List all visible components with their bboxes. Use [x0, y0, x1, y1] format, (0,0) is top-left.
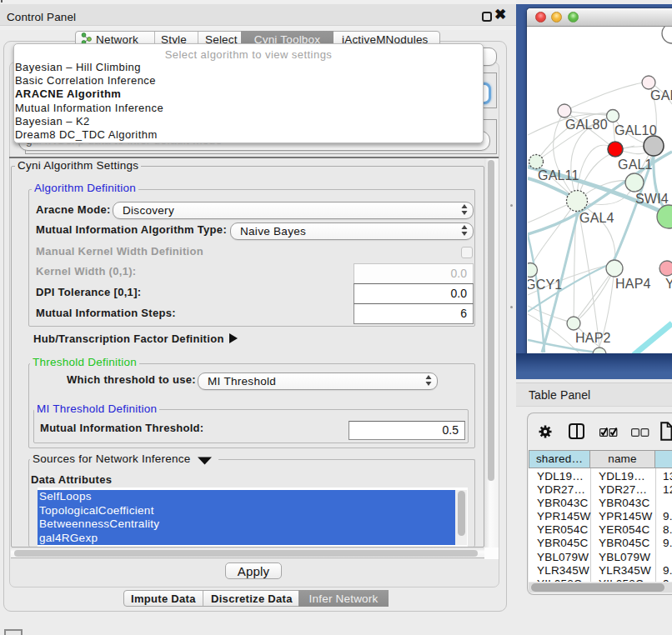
svg-text:Y: Y — [665, 277, 672, 291]
svg-text:GAL1: GAL1 — [618, 158, 653, 172]
svg-text:GAL4: GAL4 — [579, 211, 614, 225]
svg-text:GAL11: GAL11 — [538, 168, 579, 182]
svg-text:SWI4: SWI4 — [635, 192, 669, 206]
svg-text:GAL80: GAL80 — [565, 118, 608, 132]
svg-text:GAL: GAL — [650, 88, 672, 102]
svg-text:GAL10: GAL10 — [614, 123, 657, 138]
svg-text:HAP4: HAP4 — [615, 277, 651, 291]
svg-text:GCY1: GCY1 — [528, 278, 562, 292]
svg-text:HAP2: HAP2 — [575, 331, 611, 345]
